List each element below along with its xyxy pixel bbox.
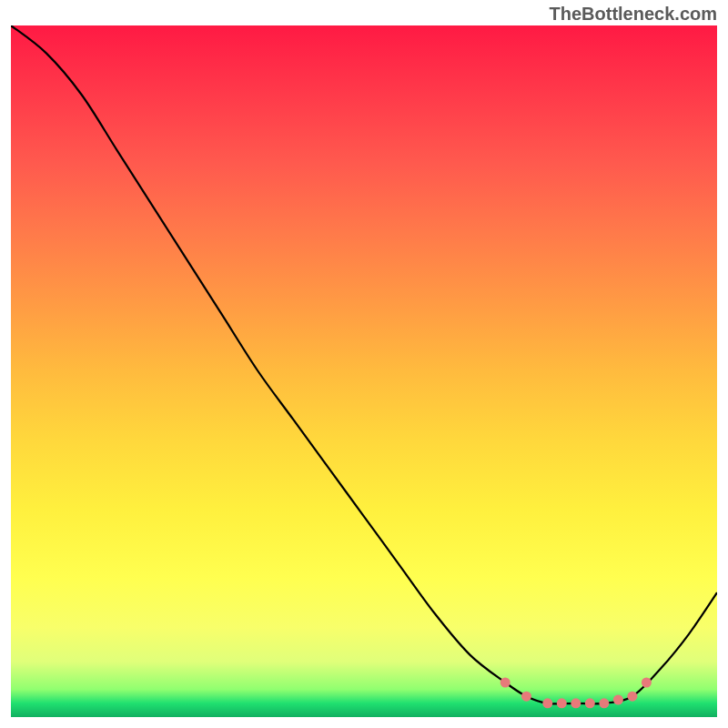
watermark-text: TheBottleneck.com (550, 4, 717, 25)
trough-marker (585, 698, 595, 708)
trough-marker (642, 678, 652, 688)
bottleneck-curve (11, 25, 717, 703)
trough-marker (500, 678, 511, 688)
trough-marker (627, 692, 637, 702)
trough-marker (613, 695, 623, 705)
chart-area (11, 25, 717, 717)
trough-marker (557, 698, 567, 708)
trough-markers (500, 678, 652, 709)
trough-marker (542, 698, 552, 708)
trough-marker (599, 698, 609, 708)
chart-svg (11, 25, 717, 717)
trough-marker (571, 698, 581, 708)
trough-marker (521, 692, 531, 702)
